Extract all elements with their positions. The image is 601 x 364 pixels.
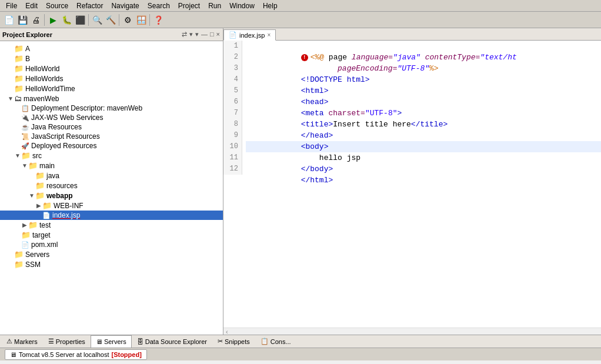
jres-icon: ☕ bbox=[21, 123, 29, 131]
properties-icon: ☰ bbox=[48, 338, 54, 345]
panel-menu-icon[interactable]: ▾ bbox=[195, 30, 199, 39]
tree-arrow-src[interactable]: ▼ bbox=[14, 152, 21, 159]
tree-item-HelloWorlds[interactable]: 📁 HelloWorlds bbox=[0, 74, 223, 84]
menu-refactor[interactable]: Refactor bbox=[73, 0, 106, 11]
build-button[interactable]: 🔨 bbox=[104, 14, 117, 26]
properties-label: Properties bbox=[56, 338, 85, 345]
tree-label-index-jsp: index.jsp bbox=[52, 211, 80, 219]
tree-item-DeploymentDescriptor[interactable]: 📋 Deployment Descriptor: mavenWeb bbox=[0, 103, 223, 113]
toolbar-sep-4 bbox=[149, 14, 150, 26]
tree-item-JAX-WS[interactable]: 🔌 JAX-WS Web Services bbox=[0, 113, 223, 122]
tree-arrow-mavenWeb[interactable]: ▼ bbox=[7, 95, 14, 102]
console-icon: 📋 bbox=[261, 338, 269, 345]
line-num-7: 7 bbox=[227, 108, 238, 119]
settings-button[interactable]: ⚙ bbox=[121, 14, 134, 26]
panel-sync-icon[interactable]: ⇄ bbox=[181, 30, 188, 39]
line-num-4: 4 bbox=[227, 74, 238, 85]
tab-file-icon: 📄 bbox=[229, 31, 237, 39]
menu-navigate[interactable]: Navigate bbox=[108, 0, 142, 11]
tree-item-test[interactable]: ▶ 📁 test bbox=[0, 220, 223, 230]
panel-header: Project Explorer ⇄ ▾ ▾ — □ × bbox=[0, 28, 223, 41]
menu-run[interactable]: Run bbox=[205, 0, 225, 11]
datasource-icon: 🗄 bbox=[137, 338, 143, 345]
line-num-8: 8 bbox=[227, 119, 238, 130]
tree-item-pom-xml[interactable]: 📄 pom.xml bbox=[0, 240, 223, 249]
servers-label: Servers bbox=[104, 338, 126, 345]
tree-item-B[interactable]: 📁 B bbox=[0, 54, 223, 64]
tree-item-index-jsp[interactable]: 📄 index.jsp bbox=[0, 211, 223, 220]
open-perspective-button[interactable]: 🪟 bbox=[135, 14, 148, 26]
tab-console[interactable]: 📋 Cons... bbox=[255, 335, 296, 348]
menu-edit[interactable]: Edit bbox=[22, 0, 41, 11]
print-button[interactable]: 🖨 bbox=[29, 14, 42, 26]
datasource-label: Data Source Explorer bbox=[145, 338, 207, 345]
tab-datasource[interactable]: 🗄 Data Source Explorer bbox=[132, 335, 212, 348]
tree-item-webapp[interactable]: ▼ 📁 webapp bbox=[0, 191, 223, 201]
line-num-1: 1 bbox=[227, 41, 238, 52]
line-num-10: 10 bbox=[227, 141, 238, 152]
tree-item-Servers[interactable]: 📁 Servers bbox=[0, 249, 223, 259]
tab-close-button[interactable]: × bbox=[267, 32, 271, 38]
code-lines[interactable]: !<%@ page language="java" contentType="t… bbox=[242, 41, 601, 175]
tree-item-HelloWorldTime[interactable]: 📁 HelloWorldTime bbox=[0, 84, 223, 93]
panel-collapse-icon[interactable]: ▾ bbox=[189, 30, 193, 39]
tree-label-pom-xml: pom.xml bbox=[31, 241, 58, 249]
search-toolbar-button[interactable]: 🔍 bbox=[91, 14, 103, 26]
tree-item-JavaScriptResources[interactable]: 📜 JavaScript Resources bbox=[0, 132, 223, 141]
toolbar: 📄 💾 🖨 ▶ 🐛 ⬛ 🔍 🔨 ⚙ 🪟 ❓ bbox=[0, 12, 601, 28]
tree-item-resources[interactable]: 📁 resources bbox=[0, 181, 223, 191]
tree-item-JavaResources[interactable]: ☕ Java Resources bbox=[0, 122, 223, 132]
tree-item-A[interactable]: 📁 A bbox=[0, 44, 223, 54]
help-toolbar-button[interactable]: ❓ bbox=[152, 14, 165, 26]
tab-servers[interactable]: 🖥 Servers bbox=[91, 335, 132, 348]
line-num-6: 6 bbox=[227, 96, 238, 108]
tab-markers[interactable]: ⚠ Markers bbox=[1, 335, 43, 348]
panel-close-icon[interactable]: × bbox=[216, 30, 221, 39]
tree-item-target[interactable]: 📁 target bbox=[0, 230, 223, 240]
panel-maximize-icon[interactable]: □ bbox=[209, 30, 215, 39]
tree-item-DeployedResources[interactable]: 🚀 Deployed Resources bbox=[0, 141, 223, 151]
tree-arrow-main[interactable]: ▼ bbox=[21, 162, 28, 169]
status-bar: 🖥 Tomcat v8.5 Server at localhost [Stopp… bbox=[0, 348, 601, 360]
menu-search[interactable]: Search bbox=[144, 0, 173, 11]
tree-item-SSM[interactable]: 📁 SSM bbox=[0, 259, 223, 269]
server-text: Tomcat v8.5 Server at localhost bbox=[19, 351, 109, 358]
snippets-label: Snippets bbox=[225, 338, 250, 345]
server-status: 🖥 Tomcat v8.5 Server at localhost [Stopp… bbox=[5, 349, 147, 360]
save-button[interactable]: 💾 bbox=[16, 14, 29, 26]
editor-area[interactable]: 1 2 3 4 5 6 7 8 9 10 11 12 !<%@ page lan… bbox=[223, 41, 601, 328]
tree-item-WEB-INF[interactable]: ▶ 📁 WEB-INF bbox=[0, 201, 223, 211]
folder-icon-hw: 📁 bbox=[14, 64, 24, 73]
menu-file[interactable]: File bbox=[2, 0, 21, 11]
menu-help[interactable]: Help bbox=[259, 0, 281, 11]
editor-content: 1 2 3 4 5 6 7 8 9 10 11 12 !<%@ page lan… bbox=[223, 41, 601, 175]
menu-project[interactable]: Project bbox=[175, 0, 203, 11]
editor-tab-index-jsp[interactable]: 📄 index.jsp × bbox=[223, 29, 276, 41]
menu-window[interactable]: Window bbox=[226, 0, 258, 11]
stop-button[interactable]: ⬛ bbox=[74, 14, 86, 26]
tree-label-test: test bbox=[39, 221, 51, 229]
horizontal-scrollbar[interactable]: ‹ bbox=[223, 328, 601, 335]
tree-arrow-webapp[interactable]: ▼ bbox=[28, 192, 35, 199]
tab-properties[interactable]: ☰ Properties bbox=[43, 335, 91, 348]
tab-snippets[interactable]: ✂ Snippets bbox=[212, 335, 255, 348]
tree-item-java[interactable]: 📁 java bbox=[0, 171, 223, 181]
deployed-icon: 🚀 bbox=[21, 142, 29, 150]
new-button[interactable]: 📄 bbox=[2, 14, 15, 26]
tree-arrow-webinf[interactable]: ▶ bbox=[35, 202, 42, 209]
tree-label-main: main bbox=[39, 162, 55, 170]
panel-minimize-icon[interactable]: — bbox=[201, 30, 208, 39]
tree-item-main[interactable]: ▼ 📁 main bbox=[0, 161, 223, 171]
tree-label-target: target bbox=[32, 231, 51, 239]
tree-label-JavaScriptResources: JavaScript Resources bbox=[31, 132, 100, 141]
folder-icon-hwt: 📁 bbox=[14, 84, 24, 93]
debug-button[interactable]: 🐛 bbox=[60, 14, 73, 26]
run-button[interactable]: ▶ bbox=[46, 14, 59, 26]
file-icon-index: 📄 bbox=[42, 212, 51, 219]
tree-item-mavenWeb[interactable]: ▼ 🗂 mavenWeb bbox=[0, 93, 223, 103]
main-area: Project Explorer ⇄ ▾ ▾ — □ × 📁 A 📁 bbox=[0, 28, 601, 335]
tree-arrow-test[interactable]: ▶ bbox=[21, 222, 28, 228]
tree-item-HelloWorld[interactable]: 📁 HelloWorld bbox=[0, 64, 223, 74]
menu-source[interactable]: Source bbox=[42, 0, 72, 11]
tree-item-src[interactable]: ▼ 📁 src bbox=[0, 151, 223, 161]
